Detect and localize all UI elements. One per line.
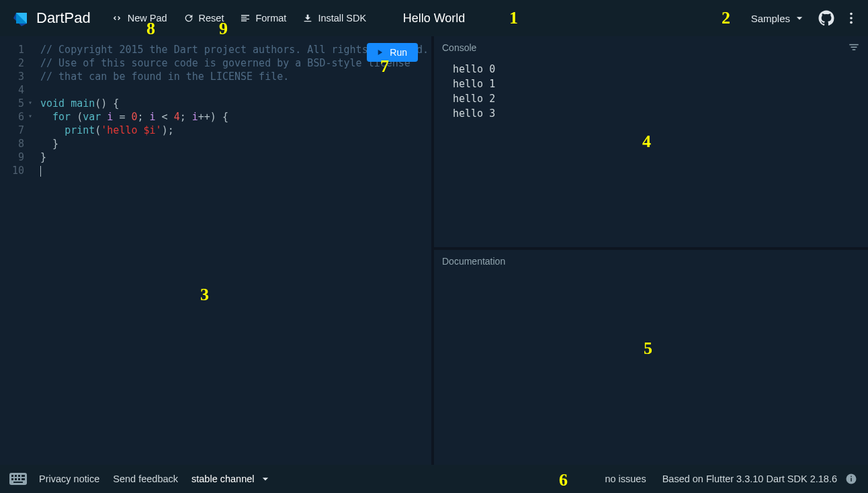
chevron-down-icon [259,472,272,486]
svg-point-4 [850,17,853,19]
code-lines[interactable]: // Copyright 2015 the Dart project autho… [28,43,429,177]
line-number: 5 [0,97,24,110]
console-filter-icon[interactable] [848,42,860,54]
documentation-header: Documentation [434,250,868,273]
github-icon[interactable] [818,10,834,26]
install-sdk-button[interactable]: Install SDK [302,13,366,24]
info-icon[interactable] [845,473,857,485]
svg-rect-17 [851,478,852,482]
line-number: 1 [0,43,24,56]
install-sdk-label: Install SDK [318,13,366,24]
new-pad-button[interactable]: New Pad [111,12,167,24]
code-line[interactable]: // that can be found in the LICENSE file… [40,70,429,83]
line-number: 3 [0,70,24,83]
svg-rect-15 [13,482,23,483]
issues-status[interactable]: no issues [605,474,646,484]
chevron-down-icon [793,11,806,25]
format-icon [240,13,251,24]
format-label: Format [255,13,286,24]
line-gutter: 12345678910 [0,43,28,177]
samples-dropdown[interactable]: Samples [751,11,806,25]
documentation-panel: Documentation [434,250,868,465]
new-pad-label: New Pad [128,13,167,24]
dart-logo-icon [13,10,30,26]
footer-bar: Privacy notice Send feedback stable chan… [0,465,868,493]
code-line[interactable]: print('hello $i'); [40,124,429,137]
line-number: 8 [0,137,24,150]
play-icon [375,48,384,57]
top-bar: DartPad New Pad Reset Format Install SDK… [0,0,868,36]
channel-selector[interactable]: stable channel [191,472,272,486]
svg-rect-18 [851,476,852,478]
code-line[interactable] [40,164,429,177]
reset-icon [183,13,194,24]
editor-panel: 12345678910 // Copyright 2015 the Dart p… [0,36,434,465]
svg-point-3 [850,13,853,15]
code-icon [111,12,123,24]
app-root: DartPad New Pad Reset Format Install SDK… [0,0,868,493]
svg-rect-13 [18,478,20,480]
code-line[interactable]: } [40,150,429,164]
channel-label: stable channel [191,474,255,484]
svg-rect-7 [11,475,13,477]
reset-button[interactable]: Reset [183,13,224,24]
svg-point-5 [850,21,853,24]
privacy-link[interactable]: Privacy notice [39,474,99,484]
format-button[interactable]: Format [240,13,286,24]
run-label: Run [390,47,407,58]
documentation-title: Documentation [442,256,505,267]
line-number: 9 [0,150,24,164]
code-line[interactable] [40,83,429,97]
svg-rect-8 [15,475,17,477]
console-output[interactable]: hello 0 hello 1 hello 2 hello 3 [434,59,868,121]
console-header: Console [434,36,868,59]
samples-label: Samples [751,13,790,24]
code-line[interactable]: for (var i = 0; i < 4; i++) { [40,110,429,124]
workspace: 12345678910 // Copyright 2015 the Dart p… [0,36,868,465]
console-title: Console [442,42,476,53]
sdk-version: Based on Flutter 3.3.10 Dart SDK 2.18.6 [662,474,837,484]
feedback-link[interactable]: Send feedback [113,474,178,484]
code-line[interactable]: } [40,137,429,150]
more-vert-icon[interactable] [844,11,859,26]
right-column: Console hello 0 hello 1 hello 2 hello 3 … [434,36,868,465]
svg-rect-11 [11,478,13,480]
svg-rect-9 [18,475,20,477]
download-icon [302,13,313,24]
svg-rect-10 [21,475,25,477]
keyboard-icon[interactable] [9,473,27,485]
run-button[interactable]: Run [367,43,418,62]
page-title: Hello World [403,11,466,26]
line-number: 10 [0,164,24,177]
line-number: 6 [0,110,24,124]
app-name: DartPad [36,9,91,27]
svg-rect-14 [21,478,25,480]
console-panel: Console hello 0 hello 1 hello 2 hello 3 [434,36,868,250]
line-number: 2 [0,56,24,70]
svg-rect-12 [15,478,17,480]
line-number: 4 [0,83,24,97]
reset-label: Reset [199,13,224,24]
code-line[interactable]: void main() { [40,97,429,110]
text-cursor [40,166,41,177]
line-number: 7 [0,124,24,137]
